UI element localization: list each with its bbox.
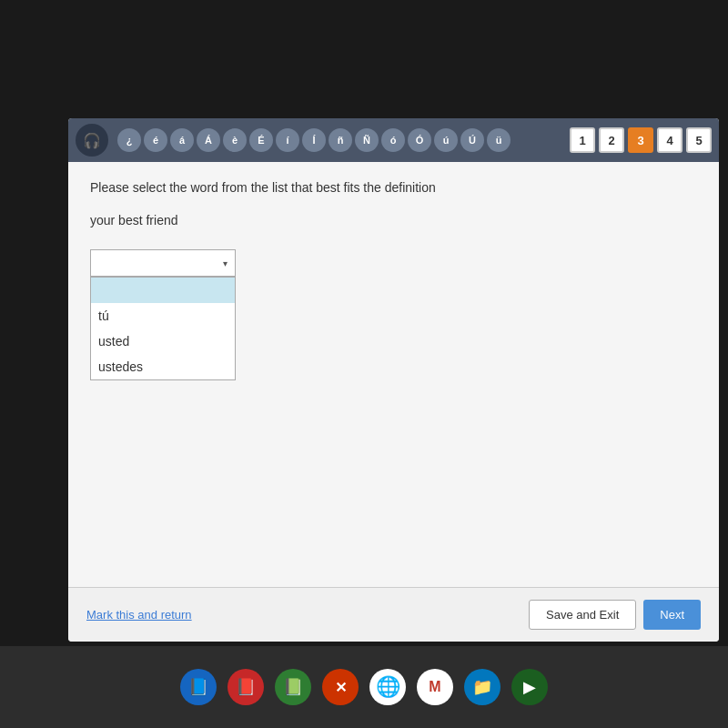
taskbar-icon-chrome[interactable]: 🌐	[369, 669, 406, 705]
question-number-3[interactable]: 3	[628, 127, 653, 153]
taskbar-icon-excel[interactable]: 📗	[275, 669, 311, 705]
next-button[interactable]: Next	[643, 600, 701, 630]
screen-container: 🎧 ¿ é á Á è É í Í ñ Ñ ó Ó ú Ú ü 1 2 3 4 …	[68, 118, 719, 642]
save-exit-button[interactable]: Save and Exit	[529, 600, 636, 630]
taskbar-icon-play[interactable]: ▶	[511, 669, 548, 705]
char-btn-10[interactable]: Ñ	[355, 128, 379, 152]
taskbar-icon-word[interactable]: 📘	[180, 669, 217, 705]
char-btn-8[interactable]: Í	[302, 128, 326, 152]
mark-return-link[interactable]: Mark this and return	[86, 608, 192, 622]
char-btn-9[interactable]: ñ	[329, 128, 352, 152]
char-btn-2[interactable]: é	[144, 128, 167, 152]
taskbar-icon-drive[interactable]: 📁	[464, 669, 500, 705]
question-number-2[interactable]: 2	[599, 127, 624, 153]
bottom-buttons: Save and Exit Next	[529, 600, 701, 630]
taskbar-icon-ppt[interactable]: 📕	[228, 669, 264, 705]
question-number-5[interactable]: 5	[686, 127, 712, 153]
dropdown-arrow-icon: ▾	[223, 258, 228, 268]
dropdown-option-tu[interactable]: tú	[91, 303, 235, 329]
instruction-text: Please select the word from the list tha…	[90, 180, 697, 195]
bottom-bar: Mark this and return Save and Exit Next	[68, 587, 719, 642]
main-content: Please select the word from the list tha…	[68, 162, 719, 587]
char-btn-7[interactable]: í	[276, 128, 299, 152]
dropdown-list: tú usted ustedes	[90, 277, 236, 380]
char-btn-14[interactable]: Ú	[460, 128, 484, 152]
taskbar: 📘 📕 📗 ✕ 🌐 M 📁 ▶	[0, 646, 728, 728]
char-btn-6[interactable]: É	[249, 128, 273, 152]
character-buttons: ¿ é á Á è É í Í ñ Ñ ó Ó ú Ú ü	[117, 128, 559, 152]
dropdown-option-ustedes[interactable]: ustedes	[91, 354, 235, 379]
question-numbers: 1 2 3 4 5	[570, 127, 712, 153]
char-btn-1[interactable]: ¿	[117, 128, 141, 152]
dropdown-container[interactable]: ▾ tú usted ustedes	[90, 249, 236, 277]
char-btn-11[interactable]: ó	[381, 128, 405, 152]
definition-text: your best friend	[90, 213, 697, 228]
question-number-4[interactable]: 4	[657, 127, 682, 153]
question-number-1[interactable]: 1	[570, 127, 595, 153]
headphone-icon[interactable]: 🎧	[76, 124, 108, 157]
char-btn-3[interactable]: á	[170, 128, 194, 152]
dropdown-trigger[interactable]: ▾	[90, 249, 236, 277]
taskbar-icon-x[interactable]: ✕	[322, 669, 359, 705]
char-btn-12[interactable]: Ó	[408, 128, 431, 152]
toolbar: 🎧 ¿ é á Á è É í Í ñ Ñ ó Ó ú Ú ü 1 2 3 4 …	[68, 118, 719, 162]
char-btn-15[interactable]: ü	[487, 128, 511, 152]
char-btn-13[interactable]: ú	[434, 128, 458, 152]
dropdown-option-blank[interactable]	[91, 278, 235, 303]
dropdown-option-usted[interactable]: usted	[91, 329, 235, 354]
char-btn-5[interactable]: è	[223, 128, 247, 152]
char-btn-4[interactable]: Á	[197, 128, 220, 152]
taskbar-icon-gmail[interactable]: M	[417, 669, 453, 705]
